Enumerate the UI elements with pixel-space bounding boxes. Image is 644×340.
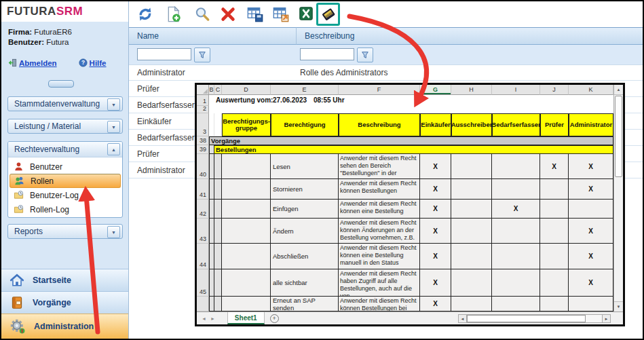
- spreadsheet-cell[interactable]: [222, 244, 271, 269]
- spreadsheet-cell[interactable]: [214, 219, 222, 244]
- berechtigung-cell[interactable]: Abschließen: [271, 244, 339, 269]
- beschreibung-cell[interactable]: Anwender mit diesem Recht können eine Be…: [339, 200, 420, 219]
- mark-cell[interactable]: [569, 200, 613, 219]
- column-header-E[interactable]: E: [271, 85, 339, 95]
- sheet-tab[interactable]: Sheet1: [227, 312, 265, 324]
- spreadsheet-cell[interactable]: [222, 219, 271, 244]
- mark-cell[interactable]: [451, 297, 492, 311]
- mark-cell[interactable]: [492, 244, 540, 269]
- mark-cell[interactable]: X: [569, 219, 613, 244]
- spreadsheet-cell[interactable]: [222, 297, 271, 311]
- row-header[interactable]: 43: [197, 219, 209, 244]
- scroll-right-icon[interactable]: ►: [602, 314, 611, 323]
- column-header-F[interactable]: F: [339, 85, 420, 95]
- column-header-C[interactable]: C: [214, 85, 222, 95]
- row-header[interactable]: 41: [197, 179, 209, 200]
- section-reports[interactable]: Reports ▼: [7, 224, 123, 239]
- report-book-button[interactable]: [321, 7, 336, 22]
- vertical-scroll-thumb[interactable]: [615, 96, 622, 177]
- mark-cell[interactable]: [492, 297, 540, 311]
- mark-cell[interactable]: X: [569, 269, 613, 297]
- mark-cell[interactable]: [492, 179, 540, 200]
- mark-cell[interactable]: [540, 200, 569, 219]
- header-cell[interactable]: Ausschreiber: [451, 113, 492, 136]
- spreadsheet-cell[interactable]: [214, 179, 222, 200]
- sidebar-splitter-handle[interactable]: [48, 80, 74, 88]
- spreadsheet-cell[interactable]: [214, 154, 222, 179]
- spreadsheet-cell[interactable]: [214, 244, 222, 269]
- sidebar-item-rollen[interactable]: Rollen: [10, 174, 121, 188]
- header-cell[interactable]: Beschreibung: [339, 113, 420, 136]
- mark-cell[interactable]: [540, 219, 569, 244]
- spreadsheet-cell[interactable]: [209, 154, 214, 179]
- berechtigung-cell[interactable]: Lesen: [271, 154, 339, 179]
- mark-cell[interactable]: X: [569, 244, 613, 269]
- subgroup-row-cell[interactable]: Bestellungen: [214, 145, 613, 154]
- row-header[interactable]: 40: [197, 154, 209, 179]
- help-link[interactable]: ? Hilfe: [79, 58, 107, 67]
- section-leistung-material[interactable]: Leistung / Material ▼: [7, 119, 123, 134]
- spreadsheet-cell[interactable]: [209, 297, 214, 311]
- header-cell[interactable]: Bedarfserfasser: [492, 113, 540, 136]
- name-filter-input[interactable]: [137, 48, 191, 60]
- spreadsheet-cell[interactable]: [214, 200, 222, 219]
- mark-cell[interactable]: [492, 269, 540, 297]
- spreadsheet-cell[interactable]: [222, 179, 271, 200]
- section-rechteverwaltung[interactable]: Rechteverwaltung ▲: [8, 142, 122, 157]
- sidebar-item-benutzer[interactable]: Benutzer: [8, 159, 122, 174]
- vertical-scrollbar[interactable]: ▲ ▼: [613, 85, 623, 311]
- spreadsheet-cell[interactable]: [214, 113, 222, 136]
- beschreibung-cell[interactable]: Anwender mit diesem Recht sehen den Bere…: [339, 154, 420, 179]
- row-header[interactable]: 42: [197, 200, 209, 219]
- scroll-up-icon[interactable]: ▲: [614, 85, 623, 95]
- mark-cell[interactable]: X: [540, 154, 569, 179]
- mark-cell[interactable]: X: [492, 200, 540, 219]
- mark-cell[interactable]: [540, 179, 569, 200]
- mark-cell[interactable]: [451, 269, 492, 297]
- sidebar-item-rollen-log[interactable]: Rollen-Log: [8, 202, 122, 216]
- spreadsheet-cell[interactable]: [214, 297, 222, 311]
- column-header-J[interactable]: J: [540, 85, 569, 95]
- group-row-cell[interactable]: Vorgänge: [209, 136, 613, 145]
- beschreibung-cell[interactable]: Anwender mit diesem Recht haben Zugriff …: [339, 269, 420, 297]
- nav-administration[interactable]: Administration: [1, 314, 128, 339]
- column-header-beschreibung[interactable]: Beschreibung: [296, 27, 643, 45]
- nav-startseite[interactable]: Startseite: [1, 269, 128, 291]
- column-header-name[interactable]: Name: [129, 27, 296, 45]
- mark-cell[interactable]: [451, 154, 492, 179]
- sidebar-item-benutzer-log[interactable]: Benutzer-Log: [8, 188, 122, 202]
- nav-vorgaenge[interactable]: Vorgänge: [1, 291, 128, 314]
- new-document-button[interactable]: [165, 6, 181, 22]
- column-header-D[interactable]: D: [222, 85, 271, 95]
- column-header-G[interactable]: G: [420, 85, 451, 95]
- berechtigung-cell[interactable]: alle sichtbar: [271, 269, 339, 297]
- row-header[interactable]: 2: [197, 106, 209, 113]
- mark-cell[interactable]: X: [569, 179, 613, 200]
- column-header-H[interactable]: H: [451, 85, 492, 95]
- row-header[interactable]: 3: [197, 113, 209, 136]
- mark-cell[interactable]: X: [420, 219, 451, 244]
- section-stammdatenverwaltung[interactable]: Stammdatenverwaltung ▼: [7, 96, 123, 111]
- header-cell[interactable]: Berechtigungs- gruppe: [222, 113, 271, 136]
- row-header[interactable]: [197, 297, 209, 311]
- mark-cell[interactable]: [451, 219, 492, 244]
- mark-cell[interactable]: X: [569, 154, 613, 179]
- row-header[interactable]: 38: [197, 136, 209, 145]
- mark-cell[interactable]: [540, 297, 569, 311]
- mark-cell[interactable]: [451, 200, 492, 219]
- mark-cell[interactable]: X: [420, 244, 451, 269]
- spreadsheet-cell[interactable]: [214, 269, 222, 297]
- export-table-button[interactable]: [273, 6, 289, 22]
- spreadsheet-cell[interactable]: [209, 244, 214, 269]
- row-header[interactable]: 39: [197, 145, 209, 154]
- mark-cell[interactable]: X: [420, 154, 451, 179]
- header-cell[interactable]: Prüfer: [540, 113, 569, 136]
- berechtigung-cell[interactable]: Stornieren: [271, 179, 339, 200]
- berechtigung-cell[interactable]: Einfügen: [271, 200, 339, 219]
- chevron-down-icon[interactable]: ▼: [107, 121, 120, 133]
- scroll-left-icon[interactable]: ◄: [458, 314, 467, 323]
- row-header[interactable]: 45: [197, 269, 209, 297]
- spreadsheet-cell[interactable]: [209, 269, 214, 297]
- mark-cell[interactable]: [451, 244, 492, 269]
- spreadsheet-cell[interactable]: [209, 200, 214, 219]
